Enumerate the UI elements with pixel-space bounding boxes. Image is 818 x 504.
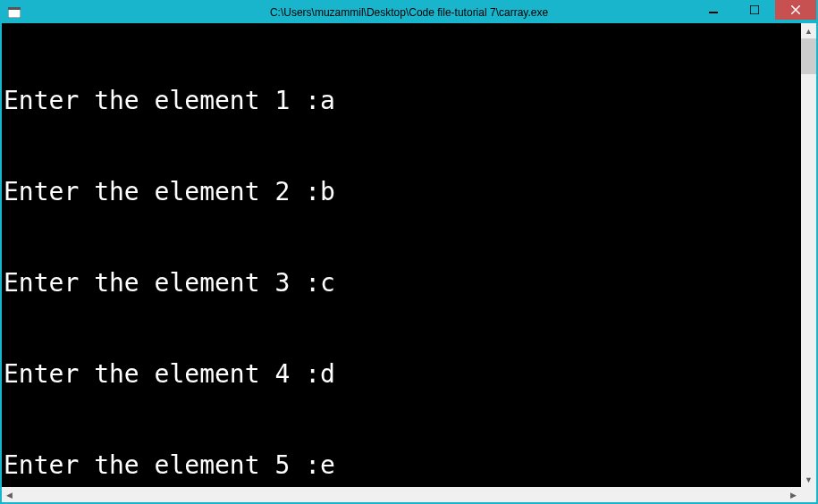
scroll-up-icon[interactable]: ▲ [801, 23, 816, 38]
scrollbar-corner [801, 487, 816, 502]
window-controls [693, 2, 816, 23]
maximize-button[interactable] [734, 0, 775, 20]
horizontal-scrollbar[interactable]: ◀ ▶ [2, 487, 816, 502]
client-area: Enter the element 1 :a Enter the element… [2, 23, 816, 487]
vertical-scrollbar[interactable]: ▲ ▼ [801, 23, 816, 487]
scroll-right-icon[interactable]: ▶ [786, 487, 801, 502]
console-output[interactable]: Enter the element 1 :a Enter the element… [2, 23, 801, 487]
console-line: Enter the element 5 :e [4, 450, 801, 481]
console-window: C:\Users\muzammil\Desktop\Code file-tuto… [0, 0, 818, 504]
console-line: Enter the element 3 :c [4, 268, 801, 298]
minimize-button[interactable] [693, 0, 734, 20]
app-icon [5, 4, 23, 21]
scroll-track-vertical[interactable] [801, 38, 816, 472]
scroll-track-horizontal[interactable] [17, 487, 786, 502]
scroll-thumb-vertical[interactable] [801, 38, 816, 74]
console-line: Enter the element 4 :d [4, 359, 801, 390]
scroll-left-icon[interactable]: ◀ [2, 487, 17, 502]
console-line: Enter the element 1 :a [4, 86, 801, 116]
svg-rect-1 [8, 7, 21, 10]
titlebar[interactable]: C:\Users\muzammil\Desktop\Code file-tuto… [2, 2, 816, 23]
scroll-down-icon[interactable]: ▼ [801, 472, 816, 487]
console-line: Enter the element 2 :b [4, 177, 801, 207]
svg-rect-3 [750, 5, 759, 14]
close-button[interactable] [775, 0, 816, 20]
svg-rect-2 [709, 12, 718, 13]
